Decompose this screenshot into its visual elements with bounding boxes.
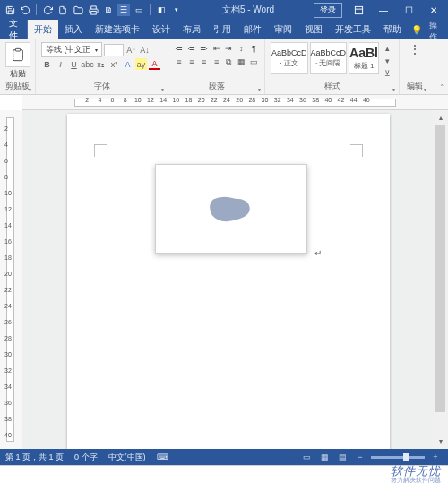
- align-left-icon[interactable]: ≡: [174, 56, 185, 68]
- style-heading1[interactable]: AaBl 标题 1: [349, 42, 379, 74]
- bold-button[interactable]: B: [41, 58, 53, 70]
- tellme-input[interactable]: 操作说明搜索: [429, 20, 437, 39]
- italic-button[interactable]: I: [55, 58, 66, 70]
- redo-icon[interactable]: [41, 4, 54, 16]
- maximize-icon[interactable]: ☐: [396, 0, 421, 20]
- qat-dropdown-icon[interactable]: ▾: [170, 4, 183, 16]
- tab-dev[interactable]: 开发工具: [329, 20, 377, 39]
- bullets-icon[interactable]: ≔: [174, 42, 185, 55]
- line-spacing-icon[interactable]: ⧉: [223, 56, 234, 68]
- tab-insert[interactable]: 插入: [58, 20, 89, 39]
- font-color-icon[interactable]: A: [149, 58, 160, 70]
- superscript-button[interactable]: x²: [108, 58, 120, 70]
- document-area[interactable]: ↵: [22, 110, 433, 449]
- style-normal[interactable]: AaBbCcD · 正文: [271, 42, 308, 74]
- tab-layout[interactable]: 布局: [177, 20, 207, 39]
- collapse-ribbon-icon[interactable]: ˄: [440, 83, 444, 92]
- print-icon[interactable]: [87, 4, 99, 16]
- grow-font-icon[interactable]: A↑: [125, 44, 137, 56]
- align-right-icon[interactable]: ≡: [199, 56, 210, 68]
- horizontal-ruler[interactable]: 2468101214161820222426283032343638404244…: [22, 95, 448, 110]
- tellme-icon[interactable]: 💡: [411, 20, 422, 39]
- close-icon[interactable]: ✕: [421, 0, 446, 20]
- preview-icon[interactable]: 🗎: [102, 4, 115, 16]
- undo-icon[interactable]: [19, 4, 31, 16]
- status-lang[interactable]: 中文(中国): [108, 452, 146, 463]
- hruler-label: 32: [274, 97, 281, 103]
- borders-icon[interactable]: ▭: [248, 56, 259, 68]
- page[interactable]: ↵: [67, 114, 390, 449]
- font-size-select[interactable]: [104, 44, 124, 56]
- tab-references[interactable]: 引用: [207, 20, 237, 39]
- align-center-icon[interactable]: ≡: [186, 56, 197, 68]
- zoom-out-icon[interactable]: −: [353, 451, 367, 463]
- new-icon[interactable]: [56, 4, 69, 16]
- paste-button[interactable]: [5, 42, 30, 67]
- style-nospacing[interactable]: AaBbCcD · 无间隔: [310, 42, 348, 74]
- sort-icon[interactable]: ↕: [236, 42, 246, 55]
- hruler-label: 4: [98, 97, 101, 103]
- hruler-label: 34: [287, 97, 294, 103]
- shading-icon[interactable]: ▦: [236, 56, 246, 68]
- touchmode-icon[interactable]: ☰: [117, 4, 130, 16]
- showmarks-icon[interactable]: ¶: [248, 42, 259, 55]
- vertical-ruler[interactable]: 246810121416182022242628303234363840: [0, 110, 22, 449]
- scroll-thumb[interactable]: [435, 125, 445, 412]
- vruler-label: 18: [4, 254, 12, 261]
- tab-design[interactable]: 设计: [146, 20, 177, 39]
- zoom-slider[interactable]: [371, 456, 425, 459]
- save-icon[interactable]: [4, 4, 16, 16]
- increase-indent-icon[interactable]: ⇥: [223, 42, 234, 55]
- ribbon-options-icon[interactable]: [346, 0, 371, 20]
- numbering-icon[interactable]: ≔: [186, 42, 197, 55]
- vruler-label: 10: [4, 190, 12, 196]
- status-words[interactable]: 0 个字: [74, 452, 98, 463]
- highlight-icon[interactable]: ay: [135, 58, 147, 70]
- styles-down-icon[interactable]: ▾: [382, 55, 393, 66]
- vruler-label: 6: [4, 158, 8, 164]
- vruler-label: 34: [4, 384, 12, 390]
- svg-rect-0: [90, 11, 96, 14]
- shrink-font-icon[interactable]: A↓: [139, 44, 151, 56]
- decrease-indent-icon[interactable]: ⇤: [211, 42, 222, 55]
- tab-review[interactable]: 审阅: [268, 20, 298, 39]
- login-button[interactable]: 登录: [314, 3, 342, 18]
- strike-button[interactable]: abc: [82, 58, 93, 70]
- tab-help[interactable]: 帮助: [377, 20, 408, 39]
- status-page[interactable]: 第 1 页，共 1 页: [5, 452, 64, 463]
- underline-button[interactable]: U: [68, 58, 80, 70]
- page-icon[interactable]: ▭: [133, 4, 145, 16]
- title-bar: 🗎 ☰ ▭ ◧ ▾ 文档5 - Word 登录 — ☐ ✕: [0, 0, 448, 20]
- view-print-icon[interactable]: ▦: [317, 451, 332, 463]
- tab-view[interactable]: 视图: [298, 20, 329, 39]
- tab-mailings[interactable]: 邮件: [237, 20, 268, 39]
- scroll-track[interactable]: [433, 125, 448, 434]
- hruler-label: 10: [134, 97, 142, 103]
- vruler-label: 22: [4, 287, 12, 293]
- multilevel-icon[interactable]: ≕: [199, 42, 210, 55]
- styles-more-icon[interactable]: ⊻: [382, 67, 393, 79]
- tab-home[interactable]: 开始: [28, 20, 58, 39]
- text-effect-icon[interactable]: A: [122, 58, 134, 70]
- font-name-select[interactable]: 等线 (中文正▾: [41, 42, 102, 57]
- scroll-down-icon[interactable]: ▾: [433, 434, 448, 449]
- share-button[interactable]: 👤共享: [437, 20, 448, 39]
- view-web-icon[interactable]: ▤: [335, 451, 349, 463]
- view-read-icon[interactable]: ▭: [299, 451, 314, 463]
- vertical-scrollbar[interactable]: ▴ ▾: [433, 110, 448, 449]
- subscript-button[interactable]: x₂: [95, 58, 107, 70]
- editing-button[interactable]: ⋮: [405, 42, 425, 56]
- scroll-up-icon[interactable]: ▴: [433, 110, 448, 125]
- tab-custom[interactable]: 新建选项卡: [89, 20, 146, 39]
- object-icon[interactable]: ◧: [155, 4, 168, 16]
- zoom-in-icon[interactable]: +: [428, 451, 443, 463]
- hruler-label: 8: [124, 97, 127, 103]
- styles-up-icon[interactable]: ▴: [382, 42, 393, 54]
- open-icon[interactable]: [72, 4, 84, 16]
- status-ime-icon[interactable]: ⌨: [157, 453, 168, 461]
- minimize-icon[interactable]: —: [371, 0, 396, 20]
- paragraph-label: 段落: [174, 81, 259, 94]
- inserted-image[interactable]: [155, 164, 307, 254]
- tab-file[interactable]: 文件: [0, 20, 28, 39]
- align-justify-icon[interactable]: ≡: [211, 56, 222, 68]
